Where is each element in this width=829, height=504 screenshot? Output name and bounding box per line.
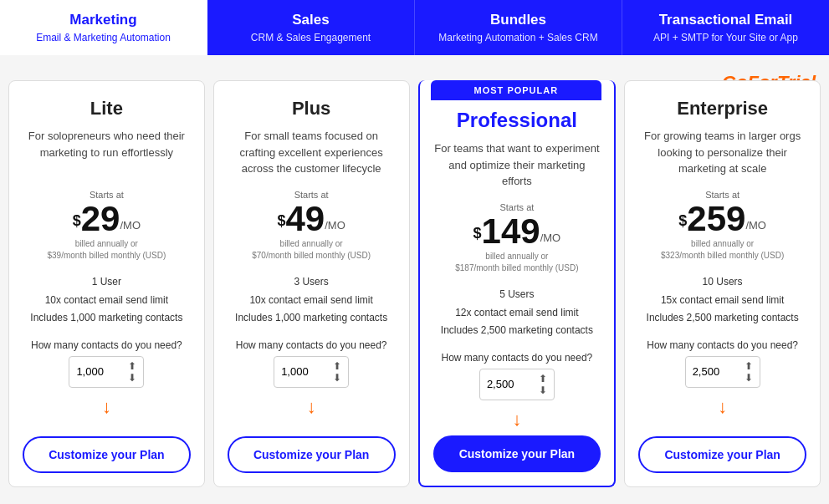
plan-feature: 12x contact email send limit <box>441 304 593 323</box>
arrow-down-icon-lite: ↓ <box>102 396 111 418</box>
plan-description-plus: For small teams focused on crafting exce… <box>228 128 396 178</box>
contacts-label-plus: How many contacts do you need? <box>236 339 387 351</box>
plan-name-plus: Plus <box>292 98 330 120</box>
price-dollar: $ <box>73 212 81 230</box>
contacts-select-lite[interactable]: 1,000 ⬆⬇ <box>69 356 144 388</box>
plan-features-lite: 1 User10x contact email send limitInclud… <box>30 273 182 328</box>
plan-card-plus: Plus For small teams focused on crafting… <box>213 80 410 487</box>
stepper-arrows-icon: ⬆⬇ <box>539 373 547 396</box>
plan-description-enterprise: For growing teams in larger orgs looking… <box>638 128 806 178</box>
price-amount-lite: 29 <box>81 201 120 237</box>
contacts-label-lite: How many contacts do you need? <box>31 339 182 351</box>
cta-button-plus[interactable]: Customize your Plan <box>228 436 396 473</box>
price-dollar: $ <box>277 212 285 230</box>
tab-title-sales: Sales <box>221 12 401 28</box>
tab-subtitle-transactional: API + SMTP for Your Site or App <box>636 32 816 43</box>
plan-card-professional: MOST POPULAR Professional For teams that… <box>418 80 617 487</box>
stepper-arrows-icon: ⬆⬇ <box>333 360 341 384</box>
contacts-value-professional: 2,500 <box>487 378 514 390</box>
tab-title-transactional: Transactional Email <box>636 12 816 28</box>
tab-title-marketing: Marketing <box>13 12 193 28</box>
stepper-arrows-icon: ⬆⬇ <box>745 360 753 384</box>
plan-feature: 10 Users <box>647 273 799 292</box>
contacts-select-professional[interactable]: 2,500 ⬆⬇ <box>479 369 555 400</box>
plan-name-professional: Professional <box>457 109 577 132</box>
plan-features-plus: 3 Users10x contact email send limitInclu… <box>235 273 387 328</box>
price-amount-enterprise: 259 <box>687 201 745 237</box>
cta-button-lite[interactable]: Customize your Plan <box>23 436 191 473</box>
arrow-down-icon-plus: ↓ <box>307 396 316 418</box>
price-amount-plus: 49 <box>285 201 325 237</box>
tab-subtitle-bundles: Marketing Automation + Sales CRM <box>428 32 608 43</box>
arrow-down-icon-professional: ↓ <box>512 409 521 430</box>
price-dollar: $ <box>678 212 687 230</box>
plan-feature: 3 Users <box>235 273 387 292</box>
plan-feature: Includes 2,500 marketing contacts <box>647 309 799 328</box>
price-mo: /MO <box>120 219 141 232</box>
plan-features-enterprise: 10 Users15x contact email send limitIncl… <box>647 273 799 328</box>
plan-feature: Includes 2,500 marketing contacts <box>441 322 593 340</box>
contacts-value-lite: 1,000 <box>76 365 104 378</box>
price-amount-professional: 149 <box>482 214 540 249</box>
arrow-down-icon-enterprise: ↓ <box>718 396 727 418</box>
popular-badge: MOST POPULAR <box>431 80 602 100</box>
plan-type-tabs: Marketing Email & Marketing Automation S… <box>0 0 829 55</box>
tab-bundles[interactable]: Bundles Marketing Automation + Sales CRM <box>415 0 622 55</box>
plan-feature: Includes 1,000 marketing contacts <box>235 309 387 328</box>
plan-features-professional: 5 Users12x contact email send limitInclu… <box>441 286 593 340</box>
tab-title-bundles: Bundles <box>428 12 608 28</box>
tab-sales[interactable]: Sales CRM & Sales Engagement <box>207 0 415 55</box>
plan-description-lite: For solopreneurs who need their marketin… <box>23 128 191 178</box>
plan-feature: 10x contact email send limit <box>30 292 182 310</box>
plan-feature: Includes 1,000 marketing contacts <box>30 309 182 328</box>
contacts-select-plus[interactable]: 1,000 ⬆⬇ <box>274 356 349 388</box>
billing-note-plus: billed annually or$70/month billed month… <box>252 238 371 262</box>
billing-note-professional: billed annually or$187/month billed mont… <box>455 251 578 274</box>
plan-name-lite: Lite <box>90 98 123 120</box>
cta-button-enterprise[interactable]: Customize your Plan <box>638 436 806 473</box>
price-dollar: $ <box>473 225 482 242</box>
price-mo: /MO <box>325 219 345 232</box>
price-mo: /MO <box>745 219 766 232</box>
tab-marketing[interactable]: Marketing Email & Marketing Automation <box>0 0 207 55</box>
billing-note-enterprise: billed annually or$323/month billed mont… <box>661 238 784 262</box>
contacts-label-enterprise: How many contacts do you need? <box>647 339 798 351</box>
contacts-select-enterprise[interactable]: 2,500 ⬆⬇ <box>685 356 760 388</box>
plan-name-enterprise: Enterprise <box>677 98 768 120</box>
contacts-value-enterprise: 2,500 <box>693 365 720 378</box>
price-mo: /MO <box>540 232 561 244</box>
plan-feature: 15x contact email send limit <box>647 292 799 310</box>
plan-feature: 10x contact email send limit <box>235 292 387 310</box>
plan-feature: 1 User <box>30 273 182 292</box>
plan-card-enterprise: Enterprise For growing teams in larger o… <box>624 80 821 487</box>
billing-note-lite: billed annually or$39/month billed month… <box>48 238 166 262</box>
cta-button-professional[interactable]: Customize your Plan <box>433 435 601 472</box>
tab-subtitle-sales: CRM & Sales Engagement <box>221 32 401 43</box>
contacts-value-plus: 1,000 <box>281 365 309 378</box>
stepper-arrows-icon: ⬆⬇ <box>128 360 136 384</box>
plan-description-professional: For teams that want to experiment and op… <box>433 140 601 191</box>
tab-transactional[interactable]: Transactional Email API + SMTP for Your … <box>622 0 829 55</box>
plan-card-lite: Lite For solopreneurs who need their mar… <box>8 80 205 487</box>
tab-subtitle-marketing: Email & Marketing Automation <box>13 32 193 43</box>
contacts-label-professional: How many contacts do you need? <box>441 352 592 364</box>
plan-feature: 5 Users <box>441 286 593 304</box>
